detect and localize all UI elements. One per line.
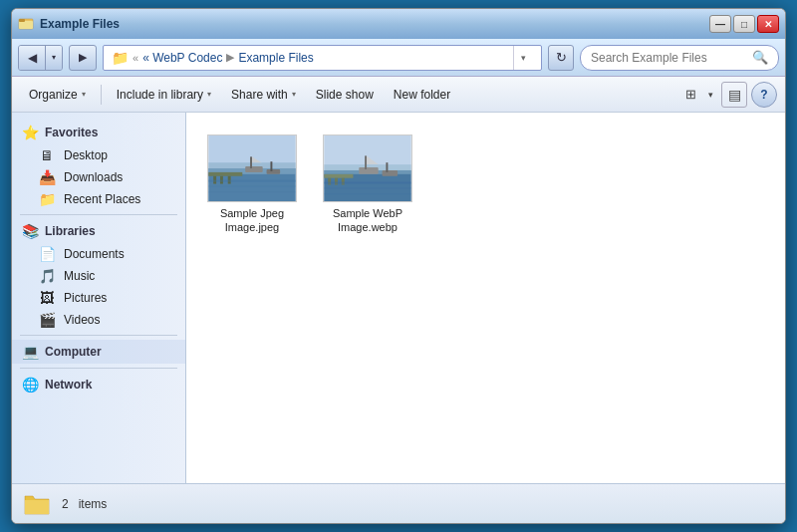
videos-icon: 🎬 bbox=[38, 312, 56, 328]
sidebar-network-section: 🌐 Network bbox=[12, 373, 185, 397]
organize-dropdown-icon: ▾ bbox=[82, 90, 86, 99]
view-icons-button[interactable]: ⊞ bbox=[677, 82, 703, 108]
music-icon: 🎵 bbox=[38, 268, 56, 284]
back-button[interactable]: ◀ bbox=[19, 46, 45, 70]
path-separator-2: ▶ bbox=[226, 51, 234, 64]
organize-button[interactable]: Organize ▾ bbox=[20, 81, 95, 109]
minimize-button[interactable]: — bbox=[709, 15, 731, 33]
file-area: Sample JpegImage.jpeg bbox=[186, 113, 785, 483]
title-text: Example Files bbox=[40, 17, 120, 31]
status-items-label: items bbox=[79, 497, 108, 511]
sidebar-item-pictures[interactable]: 🖼 Pictures bbox=[12, 287, 185, 309]
slide-show-button[interactable]: Slide show bbox=[307, 81, 383, 109]
svg-rect-11 bbox=[250, 156, 252, 168]
sidebar-favorites-header[interactable]: ⭐ Favorites bbox=[12, 121, 185, 144]
svg-rect-17 bbox=[208, 191, 295, 192]
view-options: ⊞ ▾ bbox=[677, 82, 717, 108]
path-part-1: « WebP Codec bbox=[142, 51, 222, 65]
sidebar-favorites-label: Favorites bbox=[45, 126, 98, 139]
svg-rect-31 bbox=[324, 187, 410, 188]
sidebar-recent-places-label: Recent Places bbox=[64, 192, 140, 206]
title-bar: Example Files — □ ✕ bbox=[12, 9, 785, 39]
view-dropdown-button[interactable]: ▾ bbox=[703, 82, 717, 108]
svg-rect-10 bbox=[245, 166, 262, 172]
forward-button[interactable]: ▶ bbox=[69, 45, 97, 71]
path-part-2: Example Files bbox=[238, 51, 313, 65]
title-bar-left: Example Files bbox=[18, 16, 120, 32]
sidebar-libraries-header[interactable]: 📚 Libraries bbox=[12, 219, 185, 243]
sidebar-item-recent-places[interactable]: 📁 Recent Places bbox=[12, 188, 185, 210]
sidebar-desktop-label: Desktop bbox=[64, 148, 108, 162]
status-items-count: 2 bbox=[62, 497, 69, 511]
svg-rect-28 bbox=[383, 170, 398, 176]
toolbar: Organize ▾ Include in library ▾ Share wi… bbox=[12, 77, 785, 113]
svg-rect-15 bbox=[208, 180, 295, 182]
sidebar-music-label: Music bbox=[64, 269, 95, 283]
svg-rect-21 bbox=[324, 174, 353, 178]
network-icon: 🌐 bbox=[22, 377, 39, 393]
svg-rect-30 bbox=[324, 182, 410, 184]
sidebar-libraries-section: 📚 Libraries 📄 Documents 🎵 Music 🖼 Pictur… bbox=[12, 219, 185, 331]
window-icon bbox=[18, 16, 34, 32]
search-input[interactable] bbox=[591, 51, 746, 65]
favorites-icon: ⭐ bbox=[22, 125, 39, 140]
file-thumbnail-webp bbox=[323, 134, 412, 202]
path-separator-1: « bbox=[133, 52, 138, 64]
status-bar: 2 items bbox=[12, 483, 785, 523]
sidebar-documents-label: Documents bbox=[64, 247, 125, 261]
maximize-button[interactable]: □ bbox=[733, 15, 755, 33]
close-button[interactable]: ✕ bbox=[757, 15, 779, 33]
sidebar: ⭐ Favorites 🖥 Desktop 📥 Downloads 📁 Rece… bbox=[12, 113, 186, 483]
sidebar-pictures-label: Pictures bbox=[64, 291, 107, 305]
computer-icon: 💻 bbox=[22, 344, 39, 360]
file-item-webp[interactable]: Sample WebPImage.webp bbox=[318, 129, 417, 241]
sidebar-videos-label: Videos bbox=[64, 313, 100, 327]
toolbar-sep-1 bbox=[101, 85, 102, 105]
help-button[interactable]: ? bbox=[751, 82, 777, 108]
sidebar-computer-section: 💻 Computer bbox=[12, 340, 185, 364]
share-with-button[interactable]: Share with ▾ bbox=[222, 81, 305, 109]
back-dropdown[interactable]: ▾ bbox=[46, 46, 62, 70]
toolbar-right: ⊞ ▾ ▤ ? bbox=[677, 82, 777, 108]
sidebar-network-header[interactable]: 🌐 Network bbox=[12, 373, 185, 397]
address-dropdown[interactable]: ▾ bbox=[513, 46, 533, 70]
sidebar-divider-2 bbox=[20, 335, 177, 336]
downloads-icon: 📥 bbox=[38, 169, 56, 185]
sidebar-item-desktop[interactable]: 🖥 Desktop bbox=[12, 144, 185, 166]
sidebar-item-videos[interactable]: 🎬 Videos bbox=[12, 309, 185, 331]
sidebar-item-music[interactable]: 🎵 Music bbox=[12, 265, 185, 287]
files-grid: Sample JpegImage.jpeg bbox=[202, 129, 769, 241]
include-in-library-button[interactable]: Include in library ▾ bbox=[108, 81, 220, 109]
svg-rect-6 bbox=[208, 172, 242, 176]
svg-rect-26 bbox=[365, 155, 367, 169]
status-folder-icon bbox=[22, 489, 52, 519]
preview-pane-button[interactable]: ▤ bbox=[721, 82, 747, 108]
sidebar-downloads-label: Downloads bbox=[64, 170, 123, 184]
recent-places-icon: 📁 bbox=[38, 191, 56, 207]
title-controls: — □ ✕ bbox=[709, 15, 779, 33]
sidebar-libraries-label: Libraries bbox=[45, 224, 96, 238]
svg-rect-25 bbox=[359, 167, 378, 174]
svg-rect-32 bbox=[324, 193, 410, 194]
file-thumbnail-jpeg bbox=[207, 134, 297, 202]
svg-rect-13 bbox=[267, 169, 281, 174]
file-item-jpeg[interactable]: Sample JpegImage.jpeg bbox=[202, 129, 302, 241]
svg-rect-1 bbox=[19, 21, 33, 29]
sidebar-computer-label: Computer bbox=[45, 345, 102, 359]
path-folder-icon: 📁 bbox=[112, 50, 129, 66]
search-icon[interactable]: 🔍 bbox=[752, 50, 768, 65]
sidebar-computer-header[interactable]: 💻 Computer bbox=[12, 340, 185, 364]
nav-back-forward: ◀ ▾ bbox=[18, 45, 63, 71]
svg-rect-16 bbox=[208, 185, 295, 186]
sidebar-favorites-section: ⭐ Favorites 🖥 Desktop 📥 Downloads 📁 Rece… bbox=[12, 121, 185, 210]
address-path[interactable]: 📁 « « WebP Codec ▶ Example Files ▾ bbox=[103, 45, 542, 71]
svg-rect-29 bbox=[386, 162, 388, 172]
desktop-icon: 🖥 bbox=[38, 147, 56, 163]
sidebar-item-downloads[interactable]: 📥 Downloads bbox=[12, 166, 185, 188]
explorer-window: Example Files — □ ✕ ◀ ▾ ▶ 📁 « « WebP Cod… bbox=[11, 8, 786, 524]
search-box: 🔍 bbox=[580, 45, 779, 71]
new-folder-button[interactable]: New folder bbox=[385, 81, 459, 109]
sidebar-divider-3 bbox=[20, 368, 177, 369]
refresh-button[interactable]: ↻ bbox=[548, 45, 574, 71]
sidebar-item-documents[interactable]: 📄 Documents bbox=[12, 243, 185, 265]
